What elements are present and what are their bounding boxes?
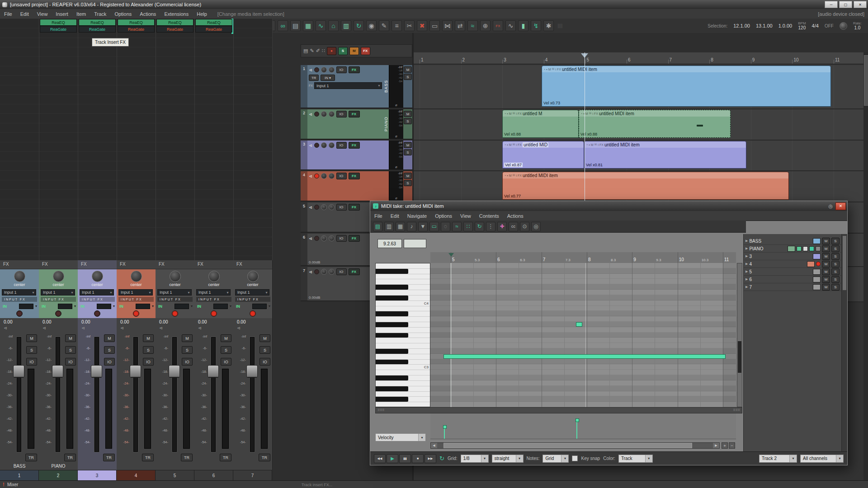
named-notes-view-icon[interactable]: ▥ <box>384 222 394 231</box>
chevron-right-icon[interactable]: ▶ <box>745 285 748 289</box>
midi-ruler[interactable]: 5678910115.36.37.38.39.310.3 <box>430 252 736 263</box>
chevron-right-icon[interactable]: ▶ <box>745 277 748 281</box>
pan-knob[interactable] <box>92 271 103 282</box>
mute-x-icon[interactable]: ✖ <box>417 20 427 31</box>
item-button-icon[interactable]: ✉ <box>513 143 515 146</box>
item-button-icon[interactable]: ✉ <box>594 143 597 146</box>
me-menu-view[interactable]: View <box>456 213 475 219</box>
route-button[interactable]: IO <box>336 235 347 242</box>
fader-handle[interactable] <box>169 365 180 378</box>
volume-fader[interactable] <box>17 337 21 452</box>
monitor-mode-box[interactable] <box>19 304 33 309</box>
track-list-scrollbar[interactable] <box>841 234 847 451</box>
record-arm-button[interactable] <box>133 310 139 317</box>
piano-key-D#4[interactable] <box>376 285 430 290</box>
input-fx-button[interactable]: INPUT FX <box>41 297 76 302</box>
solo-button[interactable]: S <box>831 261 840 267</box>
record-arm-button[interactable] <box>211 310 217 317</box>
mute-button[interactable]: M <box>822 284 830 291</box>
solo-button[interactable]: S <box>65 346 76 354</box>
item-button-icon[interactable]: M <box>509 143 512 146</box>
menu-track[interactable]: Track <box>90 11 110 17</box>
trim-button[interactable]: TR <box>181 454 193 461</box>
tcp-track-3[interactable]: 3 ⊲ IO FX -inf -18-30-42-54 ø M S <box>301 141 412 170</box>
item-button-icon[interactable]: ◔ <box>580 112 582 115</box>
volume-fader[interactable] <box>56 337 60 452</box>
item-button-icon[interactable]: ◔ <box>586 143 588 146</box>
mixer-channel-tab-2[interactable]: 2 <box>39 470 78 480</box>
swing-dropdown[interactable]: straight ▾ <box>492 455 524 463</box>
trim-button[interactable]: TR <box>220 454 231 461</box>
piano-key-F3[interactable] <box>376 338 430 343</box>
track-color-swatch[interactable] <box>807 261 815 267</box>
item-button-icon[interactable]: FX <box>594 112 598 115</box>
volume-fader[interactable] <box>172 337 177 452</box>
mixer-channel-tab-5[interactable]: 5 <box>156 470 194 480</box>
volume-fader[interactable] <box>94 337 99 452</box>
mixer-strip-4[interactable]: FX center Input 1▾ INPUT FX IN▾ 0.00 ⊲ -… <box>117 260 156 470</box>
piano-key-D#3[interactable] <box>376 349 430 354</box>
midi-note[interactable] <box>443 354 726 359</box>
volume-knob[interactable] <box>321 204 327 210</box>
solo-button[interactable]: S <box>259 346 270 354</box>
media-item[interactable]: ◔▪M✉iFXuntitled M Vel x0.88 <box>502 110 579 138</box>
media-item[interactable]: ◔▪M✉iFXuntitled MIDI item Vel x0.73 <box>542 66 831 107</box>
piano-key-D4[interactable] <box>376 290 430 296</box>
item-button-icon[interactable]: M <box>509 112 512 115</box>
item-button-icon[interactable]: ✉ <box>589 112 592 115</box>
item-button-icon[interactable]: FX <box>518 174 522 177</box>
phase-button[interactable]: ø <box>389 196 403 200</box>
mute-button[interactable]: M <box>404 66 412 73</box>
scope-icon[interactable]: ◎ <box>531 222 541 231</box>
input-selector[interactable]: Input 1▾ <box>41 289 75 296</box>
fx-slot-reagate[interactable]: ReaGate <box>79 26 116 33</box>
mixer-strip-2[interactable]: FX center Input 1▾ INPUT FX IN▾ 0.00 ⊲ -… <box>39 260 78 470</box>
zoom-icon[interactable]: ⊙ <box>520 222 529 231</box>
mixer-strip-6[interactable]: FX center Input 1▾ INPUT FX IN▾ 0.00 ⊲ -… <box>194 260 234 470</box>
alert-icon[interactable]: ! <box>0 482 7 487</box>
key-snap-checkbox[interactable] <box>572 455 578 461</box>
velocity-handle[interactable] <box>576 418 579 422</box>
fader-handle[interactable] <box>246 365 258 378</box>
mixer-fx-button[interactable]: FX <box>39 260 78 269</box>
mute-button[interactable]: M <box>822 268 830 275</box>
volume-readout[interactable]: 0.00 <box>120 319 129 324</box>
tcp-track-4[interactable]: 4 ⊲ IO FX -inf -18-30-42-54 ø M S <box>301 171 412 202</box>
mute-button[interactable]: M <box>822 245 830 252</box>
piano-key-G4[interactable] <box>376 263 430 269</box>
monitor-mode-box[interactable] <box>252 304 267 309</box>
item-button-icon[interactable]: M <box>509 174 512 177</box>
piano-key-C4[interactable] <box>376 301 430 306</box>
cc-events-icon[interactable]: cc <box>509 222 518 231</box>
input-fx-button[interactable]: INPUT FX <box>196 297 231 302</box>
volume-knob[interactable] <box>321 142 327 148</box>
editor-track-row-5[interactable]: ▶ 5 M S <box>744 268 841 276</box>
item-button-icon[interactable]: M <box>548 68 551 71</box>
solo-button[interactable]: S <box>831 268 840 275</box>
mixer-fx-button[interactable]: FX <box>78 260 117 269</box>
scrollbar-thumb[interactable] <box>738 341 741 373</box>
trim-button[interactable]: TR <box>142 454 154 461</box>
midi-edit-cursor-marker[interactable] <box>448 253 454 257</box>
me-menu-actions[interactable]: Actions <box>503 213 528 219</box>
solo-button[interactable]: S <box>404 149 412 155</box>
volume-readout[interactable]: 0.00 <box>81 319 90 324</box>
mixer-docker-tab[interactable]: Mixer <box>7 482 18 487</box>
velocity-lane[interactable] <box>430 413 736 439</box>
item-button-icon[interactable]: i <box>516 143 517 146</box>
menu-view[interactable]: View <box>33 11 52 17</box>
editor-track-row-4[interactable]: ▶ 4 M S <box>744 260 841 268</box>
notes-dropdown[interactable]: Grid ▾ <box>542 455 569 463</box>
trim-button[interactable]: TR <box>103 454 115 461</box>
fx-button[interactable]: FX <box>349 235 360 242</box>
item-button-icon[interactable]: ▪ <box>507 112 508 115</box>
menu-file[interactable]: File <box>0 11 16 17</box>
menu-help[interactable]: Help <box>193 11 211 17</box>
marquee-icon[interactable]: ▭ <box>429 20 440 31</box>
solo-button[interactable]: S <box>404 118 412 124</box>
arrange-vertical-scrollbar[interactable] <box>863 52 868 480</box>
item-button-icon[interactable]: ▪ <box>546 68 547 71</box>
track-fx-mini-icon[interactable] <box>797 246 802 251</box>
mute-button[interactable]: M <box>404 142 412 148</box>
item-button-icon[interactable]: ▪ <box>589 143 590 146</box>
